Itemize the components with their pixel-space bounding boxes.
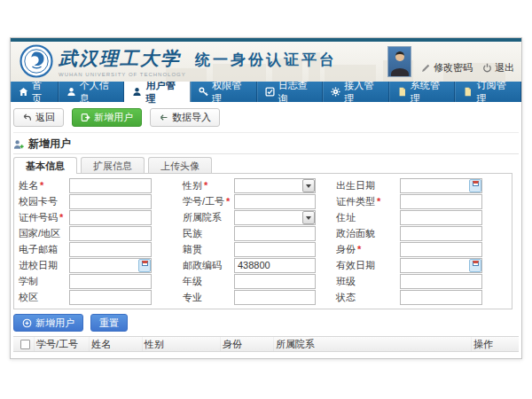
major-input[interactable] — [234, 290, 316, 305]
nav-item-subscription-management[interactable]: 订阅管理 — [455, 82, 521, 102]
form-field-birth-date: 出生日期 — [336, 178, 512, 193]
university-name-en: WUHAN UNIVERSITY OF TECHNOLOGY — [59, 72, 337, 77]
field-label: 证件类型 — [336, 196, 375, 207]
calendar-icon[interactable] — [138, 259, 151, 272]
field-label: 邮政编码 — [183, 260, 222, 270]
field-label: 姓名 — [19, 180, 38, 191]
required-marker: * — [377, 196, 380, 207]
nav-item-home[interactable]: 首页 — [11, 82, 59, 102]
id-number-input[interactable] — [69, 210, 152, 225]
form-field-class: 班级 — [336, 274, 512, 289]
name-input[interactable] — [69, 178, 152, 193]
tab-basic-info[interactable]: 基本信息 — [13, 157, 77, 174]
header-cell-identity: 身份 — [221, 337, 274, 351]
nav-label: 个人信息 — [80, 79, 116, 106]
form-field-country-region: 国家/地区 — [19, 226, 183, 241]
change-password-link[interactable]: 修改密码 — [421, 61, 473, 74]
change-password-label: 修改密码 — [434, 61, 473, 74]
page-title: 统一身份认证平台 — [195, 50, 337, 70]
form-tabs: 基本信息 扩展信息 上传头像 — [13, 157, 519, 173]
ethnicity-input[interactable] — [234, 226, 316, 241]
add-user-toolbar-button[interactable]: 新增用户 — [72, 108, 142, 127]
user-plus-icon — [13, 139, 24, 150]
tab-upload-avatar[interactable]: 上传头像 — [148, 157, 212, 173]
form-field-id-number: 证件号码* — [19, 210, 183, 225]
key-icon — [199, 87, 208, 97]
dropdown-arrow-icon[interactable] — [302, 179, 315, 192]
back-button[interactable]: 返回 — [13, 108, 64, 127]
form-field-ethnicity: 民族 — [183, 226, 336, 241]
nav-label: 首页 — [32, 79, 50, 106]
page-icon — [397, 87, 407, 97]
basic-info-form: 姓名* 性别* 出生日期 校园卡号 学号/工号* — [13, 173, 512, 309]
form-field-identity: 身份* — [336, 242, 512, 257]
calendar-icon[interactable] — [469, 179, 481, 192]
study-length-input[interactable] — [69, 274, 152, 289]
form-field-political-status: 政治面貌 — [336, 226, 512, 241]
logout-link[interactable]: 退出 — [482, 61, 514, 74]
header-cell-student-id: 学号/工号 — [35, 337, 90, 351]
field-label: 进校日期 — [19, 260, 58, 270]
submit-button-label: 新增用户 — [35, 317, 74, 330]
field-label: 班级 — [336, 276, 356, 286]
nav-item-personal-info[interactable]: 个人信息 — [59, 82, 125, 102]
table-empty-body — [13, 352, 519, 359]
field-label: 民族 — [183, 228, 202, 239]
identity-input[interactable] — [400, 242, 482, 257]
nav-item-access-management[interactable]: 接入管理 — [323, 82, 389, 102]
address-input[interactable] — [400, 210, 482, 225]
field-label: 国家/地区 — [19, 228, 60, 239]
back-button-label: 返回 — [35, 111, 55, 124]
tab-extended-info[interactable]: 扩展信息 — [81, 157, 145, 173]
field-label: 出生日期 — [336, 180, 375, 191]
field-label: 校区 — [19, 292, 38, 302]
nav-item-user-management[interactable]: 用户管理 — [124, 82, 191, 102]
calendar-icon[interactable] — [469, 259, 481, 272]
form-field-campus: 校区 — [19, 290, 183, 305]
status-input[interactable] — [400, 290, 482, 305]
app-header: 武汉理工大学 统一身份认证平台 WUHAN UNIVERSITY OF TECH… — [11, 42, 521, 82]
home-icon — [19, 87, 28, 97]
nav-item-permission-management[interactable]: 权限管理 — [191, 82, 257, 102]
gear-icon — [331, 87, 340, 97]
nav-item-system-management[interactable]: 系统管理 — [389, 82, 456, 102]
country-region-input[interactable] — [69, 226, 152, 241]
form-field-student-id: 学号/工号* — [183, 194, 336, 209]
form-field-study-length: 学制 — [19, 274, 183, 289]
header-user-area: 修改密码 退出 — [387, 46, 514, 77]
form-field-major: 专业 — [183, 290, 336, 305]
avatar[interactable] — [387, 46, 411, 77]
data-import-button[interactable]: 数据导入 — [150, 108, 220, 127]
dropdown-arrow-icon[interactable] — [302, 211, 315, 224]
pencil-icon — [421, 63, 431, 73]
grade-input[interactable] — [234, 274, 316, 289]
form-field-grade: 年级 — [183, 274, 336, 289]
email-input[interactable] — [69, 242, 152, 257]
back-arrow-icon — [22, 113, 32, 122]
header-title-block: 武汉理工大学 统一身份认证平台 WUHAN UNIVERSITY OF TECH… — [59, 46, 337, 77]
select-all-checkbox[interactable] — [20, 340, 30, 349]
campus-card-input[interactable] — [69, 194, 152, 209]
native-place-input[interactable] — [234, 242, 316, 257]
field-label: 所属院系 — [183, 212, 222, 223]
political-status-input[interactable] — [400, 226, 482, 241]
id-type-input[interactable] — [400, 194, 482, 209]
campus-input[interactable] — [69, 290, 152, 305]
submit-add-user-button[interactable]: 新增用户 — [13, 314, 83, 332]
header-cell — [13, 337, 35, 351]
required-marker: * — [226, 196, 230, 207]
field-label: 住址 — [336, 212, 356, 223]
field-label: 年级 — [183, 276, 202, 286]
nav-item-log-query[interactable]: 日志查询 — [257, 82, 324, 102]
required-marker: * — [40, 180, 43, 191]
field-label: 学号/工号 — [183, 196, 224, 207]
form-field-department: 所属院系 — [183, 210, 336, 225]
postal-code-input[interactable] — [234, 258, 316, 273]
student-id-input[interactable] — [234, 194, 316, 209]
reset-button[interactable]: 重置 — [90, 314, 128, 332]
divider — [13, 153, 519, 154]
form-field-id-type: 证件类型* — [336, 194, 512, 209]
class-input[interactable] — [400, 274, 482, 289]
header-cell-gender: 性别 — [143, 337, 221, 351]
nav-label: 权限管理 — [212, 79, 248, 106]
